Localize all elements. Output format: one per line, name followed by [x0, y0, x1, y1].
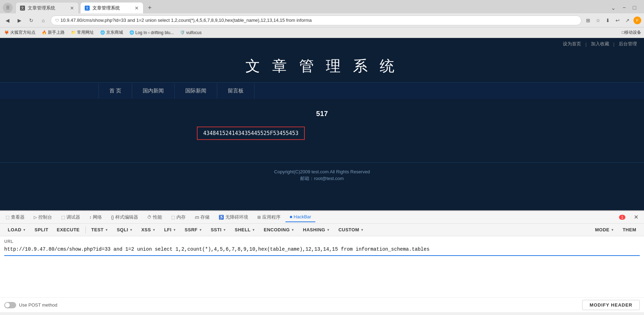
settings-icon[interactable]: ↩	[614, 17, 622, 24]
hackbar-xss-button[interactable]: XSS ▼	[138, 226, 159, 234]
bookmark-newuser[interactable]: 🔥 新手上路	[40, 29, 66, 36]
toggle-switch[interactable]	[4, 302, 16, 308]
devtools-close-button[interactable]: ✕	[630, 212, 643, 223]
devtools-tab-memory[interactable]: ⬚ 内存	[167, 212, 190, 223]
nav-domestic[interactable]: 国内新闻	[132, 83, 175, 98]
footer-email: 邮箱：root@test.com	[0, 175, 644, 182]
ssrf-dropdown-arrow: ▼	[199, 228, 202, 232]
modify-header-button[interactable]: MODIFY HEADER	[582, 300, 640, 310]
firefox-menu-icon[interactable]: F	[633, 17, 641, 24]
style-icon: {}	[111, 215, 114, 220]
mode-dropdown-arrow: ▼	[611, 228, 614, 232]
post-method-toggle[interactable]: Use POST method	[4, 302, 57, 308]
mobile-bookmark[interactable]: □移动设备	[622, 30, 641, 36]
dropdown-icon[interactable]: ⌄	[609, 4, 618, 12]
hackbar-encoding-button[interactable]: ENCODING ▼	[260, 226, 298, 234]
nav-international[interactable]: 国际新闻	[175, 83, 217, 98]
browser-tab-1[interactable]: 文 文章管理系统 ✕	[15, 2, 79, 13]
devtools-tab-hackbar[interactable]: ■ HackBar	[285, 212, 315, 222]
hackbar-them-label: THEM	[623, 227, 636, 232]
bookmark-label-login: Log In ‹ drifting blu...	[135, 30, 174, 35]
xss-dropdown-arrow: ▼	[152, 228, 155, 232]
post-method-label: Use POST method	[19, 302, 57, 308]
bookmark-login[interactable]: 🌐 Log In ‹ drifting blu...	[128, 30, 175, 36]
tab-favicon-1: 文	[20, 6, 25, 11]
hackbar-them-button[interactable]: THEM	[619, 226, 640, 234]
devtools-tab-label-debugger: 调试器	[66, 214, 80, 220]
new-tab-button[interactable]: +	[145, 3, 155, 13]
debugger-icon: ⬚	[61, 215, 65, 220]
devtools-tab-accessibility[interactable]: ♿ 无障碍环境	[214, 212, 252, 223]
content-number: 517	[0, 106, 644, 123]
devtools-tab-performance[interactable]: ⏱ 性能	[143, 212, 166, 223]
custom-dropdown-arrow: ▼	[361, 228, 364, 232]
address-right-icons: ⊞ ☆ ⬇ ↩ ↗ F	[584, 17, 641, 24]
browser-tab-2[interactable]: 文 文章管理系统 ✕	[80, 2, 143, 13]
hackbar-sqli-button[interactable]: SQLI ▼	[113, 226, 136, 234]
url-value[interactable]: http://10.9.47.80/cms/show.php?id=33 and…	[4, 245, 640, 253]
devtools-tab-label-inspector: 查看器	[11, 214, 25, 220]
hackbar-ssrf-button[interactable]: SSRF ▼	[181, 226, 206, 234]
performance-icon: ⏱	[147, 215, 152, 220]
download-icon[interactable]: ⬇	[604, 17, 612, 24]
star-icon[interactable]: ☆	[594, 17, 602, 24]
toplink-admin[interactable]: 后台管理	[619, 41, 637, 47]
toplink-home[interactable]: 设为首页	[563, 41, 581, 47]
restore-button[interactable]: □	[631, 4, 638, 12]
nav-home[interactable]: 首 页	[98, 83, 132, 98]
back-button[interactable]: ◀	[3, 16, 12, 25]
security-icon: 🛡	[55, 18, 59, 22]
address-bar: ◀ ▶ ↻ ⌂ 🛡 10.9.47.80/cms/show.php?id=33 …	[0, 13, 644, 27]
hackbar-sqli-label: SQLI	[117, 227, 128, 232]
hackbar-test-label: TEST	[91, 227, 104, 232]
minimize-button[interactable]: −	[620, 4, 628, 12]
devtools-tab-storage[interactable]: 🗃 存储	[191, 212, 214, 223]
hackbar-shell-label: SHELL	[235, 227, 251, 232]
devtools-panel: ⬚ 查看器 ▷ 控制台 ⬚ 调试器 ↕ 网络 {} 样式编辑器 ⏱ 性能 ⬚ 内…	[0, 210, 644, 312]
reload-button[interactable]: ↻	[27, 16, 36, 25]
tab-close-1[interactable]: ✕	[70, 5, 74, 11]
devtools-tab-label-application: 应用程序	[262, 214, 281, 220]
application-icon: ⊞	[257, 215, 261, 220]
devtools-tab-network[interactable]: ↕ 网络	[85, 212, 106, 223]
devtools-tab-debugger[interactable]: ⬚ 调试器	[57, 212, 84, 223]
devtools-tab-application[interactable]: ⊞ 应用程序	[253, 212, 285, 223]
devtools-tab-label-performance: 性能	[153, 214, 162, 220]
tab-close-2[interactable]: ✕	[135, 5, 139, 11]
bookmark-icon-jd: 🌐	[100, 30, 105, 35]
devtools-tab-inspector[interactable]: ⬚ 查看器	[1, 212, 29, 223]
address-text: 10.9.47.80/cms/show.php?id=33 and 1=2 un…	[60, 18, 312, 23]
hackbar-ssti-button[interactable]: SSTI ▼	[207, 226, 230, 234]
encoding-dropdown-arrow: ▼	[291, 228, 294, 232]
hackbar-shell-button[interactable]: SHELL ▼	[231, 226, 259, 234]
hackbar-mode-button[interactable]: MODE ▼	[592, 226, 618, 234]
bookmark-common[interactable]: 📁 常用网址	[70, 29, 95, 36]
devtools-tab-style[interactable]: {} 样式编辑器	[107, 212, 142, 223]
sidebar-toggle[interactable]: ☰	[3, 3, 13, 13]
bookmark-jd[interactable]: 🌐 京东商城	[99, 29, 124, 36]
hackbar-lfi-button[interactable]: LFI ▼	[161, 226, 180, 234]
hackbar-url-section: URL http://10.9.47.80/cms/show.php?id=33…	[0, 236, 644, 257]
hackbar-bottom-bar: Use POST method MODIFY HEADER	[0, 297, 644, 312]
hackbar-execute-button[interactable]: EXECUTE	[53, 226, 83, 234]
bookmark-vulfocus[interactable]: 🛡️ vulfocus	[179, 30, 203, 36]
hackbar-split-button[interactable]: SPLIT	[31, 226, 52, 234]
hashing-dropdown-arrow: ▼	[327, 228, 330, 232]
bookmark-firefox[interactable]: 🦊 火狐官方站点	[3, 29, 37, 36]
sqli-dropdown-arrow: ▼	[130, 228, 133, 232]
address-input[interactable]: 🛡 10.9.47.80/cms/show.php?id=33 and 1=2 …	[51, 15, 581, 25]
devtools-tab-console[interactable]: ▷ 控制台	[30, 212, 56, 223]
toplink-fav[interactable]: 加入收藏	[591, 41, 609, 47]
nav-guestbook[interactable]: 留言板	[217, 83, 255, 98]
hackbar-custom-button[interactable]: CUSTOM ▼	[335, 226, 368, 234]
bookmark-label-newuser: 新手上路	[48, 30, 65, 36]
grid-icon[interactable]: ⊞	[584, 17, 592, 24]
ssti-dropdown-arrow: ▼	[223, 228, 226, 232]
home-button[interactable]: ⌂	[39, 16, 48, 25]
share-icon[interactable]: ↗	[624, 17, 631, 24]
forward-button[interactable]: ▶	[15, 16, 24, 25]
hackbar-test-button[interactable]: TEST ▼	[88, 226, 112, 234]
hackbar-hashing-button[interactable]: HASHING ▼	[300, 226, 334, 234]
hackbar-load-button[interactable]: LOAD ▼	[4, 226, 30, 234]
browser-chrome: ☰ 文 文章管理系统 ✕ 文 文章管理系统 ✕ + ⌄ − □ ◀ ▶ ↻ ⌂	[0, 0, 644, 38]
